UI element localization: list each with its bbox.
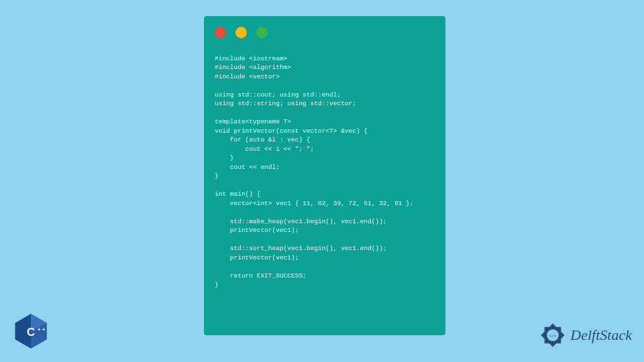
delftstack-label: DelftStack (570, 326, 632, 344)
minimize-icon (235, 27, 247, 38)
maximize-icon (256, 27, 268, 38)
cpp-logo-icon: C + + (12, 312, 50, 350)
code-window: #include <iostream> #include <algorithm>… (204, 16, 445, 335)
delftstack-emblem-icon: </> (538, 320, 568, 350)
svg-text:+: + (38, 326, 41, 333)
code-content: #include <iostream> #include <algorithm>… (213, 45, 436, 290)
delftstack-logo: </> DelftStack (538, 320, 632, 350)
svg-text:</>: </> (549, 333, 557, 338)
traffic-lights (213, 23, 436, 45)
close-icon (215, 27, 226, 38)
svg-text:+: + (42, 326, 46, 333)
svg-text:C: C (27, 326, 35, 339)
